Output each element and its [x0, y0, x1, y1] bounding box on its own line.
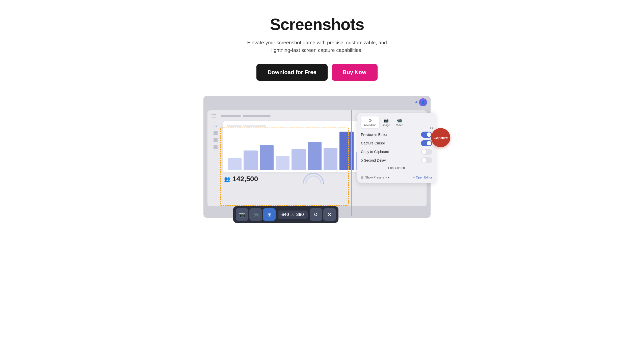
sidebar-item-dot	[214, 138, 218, 142]
bar-4	[276, 156, 289, 170]
topbar-pill	[221, 115, 241, 117]
bar-6	[308, 142, 322, 170]
5-second-delay-label: 5 Second Delay	[361, 158, 386, 162]
close-icon: ✕	[327, 211, 332, 218]
menu-line	[212, 116, 216, 116]
bar-2	[244, 150, 257, 170]
video-mode-button[interactable]: 📹	[249, 208, 262, 221]
copy-clipboard-toggle[interactable]	[421, 149, 432, 155]
copy-to-clipboard-row: Copy to Clipboard	[361, 149, 432, 155]
5-second-delay-row: 5 Second Delay	[361, 157, 432, 163]
tab-image[interactable]: 📷 Image	[379, 116, 393, 128]
bar-8	[339, 132, 353, 170]
camera-icon: 📷	[239, 211, 245, 218]
download-button[interactable]: Download for Free	[256, 64, 327, 81]
settings-footer: ☰ Show Presets + ▾ ↗ Open Editor	[361, 173, 432, 179]
stat-number: 142,500	[232, 175, 258, 183]
cta-buttons: Download for Free Buy Now	[244, 64, 390, 81]
preview-in-editor-toggle[interactable]	[421, 132, 432, 138]
close-button[interactable]: ✕	[323, 208, 336, 221]
capture-button[interactable]: Capture	[431, 128, 450, 147]
menu-lines	[212, 114, 216, 117]
dim-separator: X	[291, 212, 294, 217]
bar-7	[324, 148, 337, 170]
region-icon: ⊞	[267, 211, 272, 218]
plus-icon: +	[385, 176, 387, 179]
sidebar: ⌂	[212, 121, 220, 172]
bar-5	[292, 149, 305, 170]
dimensions-display: 640 X 360	[278, 210, 308, 219]
5-second-delay-toggle[interactable]	[421, 157, 432, 163]
screenshot-mode-button[interactable]: 📷	[236, 208, 248, 221]
buy-button[interactable]: Buy Now	[332, 64, 378, 81]
copy-clipboard-label: Copy to Clipboard	[361, 150, 389, 154]
list-icon: ☰	[361, 176, 364, 179]
open-editor[interactable]: ↗ Open Editor	[412, 176, 432, 179]
avatar: 👤	[419, 98, 427, 106]
reset-icon: ↺	[314, 211, 318, 218]
external-link-icon: ↗	[412, 176, 415, 179]
capture-cursor-row: Capture Cursor	[361, 140, 432, 146]
refresh-icon: ↺	[430, 126, 433, 130]
bar-1	[228, 158, 242, 170]
print-screen-label: Print Screen	[388, 166, 405, 170]
image-tab-icon: 📷	[384, 118, 389, 123]
users-icon: 👥	[224, 176, 230, 182]
show-presets-label: Show Presets	[365, 176, 384, 179]
settings-panel: ↺ Capture ⊙ All-in-One 📷 Image 📹 Video	[357, 113, 436, 183]
region-mode-button[interactable]: ⊞	[263, 208, 276, 221]
all-in-one-icon: ⊙	[368, 118, 372, 123]
tab-all-in-one-label: All-in-One	[364, 124, 376, 127]
capture-cursor-toggle[interactable]	[421, 140, 432, 146]
hero-subtitle: Elevate your screenshot game with precis…	[244, 39, 390, 54]
video-tab-icon: 📹	[397, 118, 402, 123]
dim-height: 360	[296, 212, 305, 217]
hero-title: Screenshots	[244, 15, 390, 34]
hero-section: Screenshots Elevate your screenshot game…	[239, 15, 395, 96]
preview-in-editor-label: Preview in Editor	[361, 133, 387, 137]
tab-all-in-one[interactable]: ⊙ All-in-One	[361, 116, 379, 128]
topbar-pill2	[243, 115, 271, 117]
chart-pill2	[243, 125, 266, 127]
tab-image-label: Image	[382, 124, 390, 127]
show-presets[interactable]: ☰ Show Presets + ▾	[361, 176, 389, 179]
demo-area: 👤 ⌂	[203, 96, 431, 218]
preview-in-editor-row: Preview in Editor	[361, 132, 432, 138]
settings-rows: Preview in Editor Capture Cursor Copy to…	[361, 132, 432, 163]
dim-width: 640	[281, 212, 290, 217]
capture-toolbar: 📷 📹 ⊞ 640 X 360 ↺ ✕	[233, 206, 338, 223]
app-indicator-dot	[415, 101, 417, 103]
sidebar-item-dot	[214, 131, 218, 135]
menu-line	[212, 117, 216, 117]
settings-tabs: ⊙ All-in-One 📷 Image 📹 Video	[361, 116, 432, 128]
chart-pill	[227, 125, 242, 127]
home-icon: ⌂	[214, 124, 217, 128]
tab-video-label: Video	[396, 124, 403, 127]
reset-button[interactable]: ↺	[310, 208, 322, 221]
tab-video[interactable]: 📹 Video	[393, 116, 406, 128]
chevron-down-icon: ▾	[388, 176, 389, 179]
bar-3	[260, 145, 274, 170]
wave-decoration	[301, 171, 326, 196]
sidebar-item-dot	[214, 145, 218, 149]
add-button[interactable]: + ▾	[385, 176, 389, 179]
menu-line	[212, 114, 216, 115]
refresh-icon-wrap: ↺	[430, 126, 433, 131]
capture-cursor-label: Capture Cursor	[361, 141, 385, 145]
app-topbar: 👤	[203, 96, 431, 106]
video-icon: 📹	[253, 211, 259, 218]
open-editor-label: Open Editor	[416, 176, 432, 179]
